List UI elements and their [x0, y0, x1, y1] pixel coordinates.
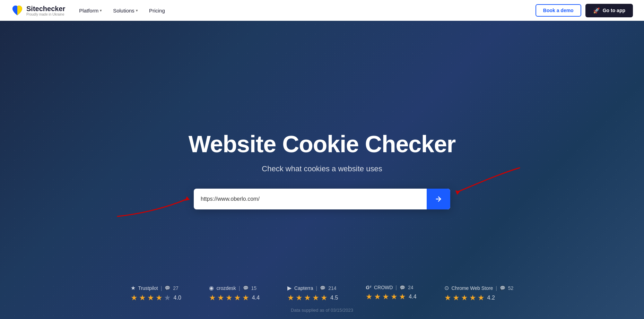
rating-capterra: ▶ Capterra | 💬 214 ★ ★ ★ ★ ★ 4.5 [287, 285, 338, 302]
g2crowd-score: 4.4 [409, 294, 416, 300]
hero-section: Website Cookie Checker Check what cookie… [0, 0, 644, 319]
star-4: ★ [234, 293, 241, 302]
url-search-input[interactable] [194, 190, 427, 208]
crozdesk-divider: | [239, 285, 240, 291]
nav-link-platform[interactable]: Platform ▾ [79, 8, 102, 14]
trustpilot-header: ★ Trustpilot | 💬 27 [131, 285, 179, 291]
crozdesk-score: 4.4 [252, 295, 260, 301]
star-half: ★ [156, 293, 163, 302]
nav-links: Platform ▾ Solutions ▾ Pricing [79, 8, 165, 14]
arrow-right-indicator [454, 164, 523, 202]
g2crowd-icon: G² [366, 285, 371, 290]
platform-label: Platform [79, 8, 98, 14]
g2crowd-name: CROWD [374, 285, 393, 290]
chrome-icon: ⊙ [444, 285, 449, 291]
chrome-header: ⊙ Chrome Web Store | 💬 52 [444, 285, 514, 291]
rating-trustpilot: ★ Trustpilot | 💬 27 ★ ★ ★ ★ ★ 4.0 [131, 285, 181, 302]
capterra-divider: | [316, 285, 317, 291]
star-3: ★ [304, 293, 311, 302]
g2crowd-review-icon: 💬 [400, 285, 405, 290]
chrome-stars: ★ ★ ★ ★ ★ 4.2 [444, 293, 495, 302]
star-1: ★ [209, 293, 216, 302]
star-1: ★ [444, 293, 451, 302]
capterra-icon: ▶ [287, 285, 291, 291]
navbar-right: Book a demo 🚀 Go to app [536, 4, 633, 17]
nav-item-solutions[interactable]: Solutions ▾ [113, 8, 138, 14]
rating-crozdesk: ◉ crozdesk | 💬 15 ★ ★ ★ ★ ★ 4.4 [209, 285, 260, 302]
star-2: ★ [296, 293, 303, 302]
star-half: ★ [321, 293, 328, 302]
star-half: ★ [399, 292, 406, 301]
rating-g2crowd: G² CROWD | 💬 24 ★ ★ ★ ★ ★ 4.4 [366, 285, 416, 301]
logo-text: Sitechecker Proudly made in Ukraine [26, 5, 65, 16]
search-wrapper [194, 189, 450, 209]
nav-link-solutions[interactable]: Solutions ▾ [113, 8, 138, 14]
star-3: ★ [147, 293, 154, 302]
chrome-name: Chrome Web Store [452, 285, 493, 291]
star-2: ★ [217, 293, 224, 302]
logo-tagline: Proudly made in Ukraine [26, 12, 65, 16]
hero-title: Website Cookie Checker [189, 130, 455, 157]
star-1: ★ [366, 292, 373, 301]
capterra-name: Capterra [294, 285, 313, 291]
svg-marker-1 [455, 190, 460, 195]
star-4: ★ [312, 293, 319, 302]
crozdesk-name: crozdesk [217, 285, 236, 291]
capterra-stars: ★ ★ ★ ★ ★ 4.5 [287, 293, 338, 302]
crozdesk-icon: ◉ [209, 285, 214, 291]
crozdesk-review-icon: 💬 [243, 285, 249, 291]
data-note: Data supplied as of 03/15/2023 [0, 308, 644, 313]
chrome-count: 52 [508, 285, 514, 291]
go-to-app-button[interactable]: 🚀 Go to app [585, 4, 633, 17]
capterra-count: 214 [328, 285, 336, 291]
nav-item-pricing[interactable]: Pricing [149, 8, 165, 14]
hero-content: Website Cookie Checker Check what cookie… [0, 130, 644, 209]
trustpilot-review-icon: 💬 [165, 285, 170, 291]
star-2: ★ [139, 293, 146, 302]
navbar-left: Sitechecker Proudly made in Ukraine Plat… [11, 4, 165, 17]
search-box [194, 189, 450, 209]
star-4: ★ [391, 292, 398, 301]
chrome-score: 4.2 [487, 295, 495, 301]
star-3: ★ [382, 292, 389, 301]
logo[interactable]: Sitechecker Proudly made in Ukraine [11, 4, 65, 17]
trustpilot-divider: | [161, 285, 162, 291]
svg-marker-0 [185, 196, 190, 201]
rocket-icon: 🚀 [593, 7, 600, 14]
trustpilot-count: 27 [173, 285, 179, 291]
crozdesk-count: 15 [251, 285, 257, 291]
solutions-chevron: ▾ [136, 8, 138, 13]
star-half: ★ [478, 293, 485, 302]
star-1: ★ [287, 293, 294, 302]
crozdesk-header: ◉ crozdesk | 💬 15 [209, 285, 256, 291]
g2crowd-divider: | [395, 285, 397, 290]
g2crowd-stars: ★ ★ ★ ★ ★ 4.4 [366, 292, 416, 301]
star-1: ★ [131, 293, 138, 302]
chrome-review-icon: 💬 [500, 285, 505, 291]
trustpilot-icon: ★ [131, 285, 136, 291]
g2crowd-header: G² CROWD | 💬 24 [366, 285, 413, 290]
go-to-app-label: Go to app [603, 8, 625, 13]
star-3: ★ [461, 293, 468, 302]
chrome-divider: | [496, 285, 497, 291]
star-empty: ★ [164, 293, 171, 302]
hero-subtitle: Check what cookies a website uses [262, 164, 382, 173]
capterra-review-icon: 💬 [320, 285, 325, 291]
rating-chrome-webstore: ⊙ Chrome Web Store | 💬 52 ★ ★ ★ ★ ★ 4.2 [444, 285, 514, 302]
star-2: ★ [453, 293, 460, 302]
nav-link-pricing[interactable]: Pricing [149, 8, 165, 14]
trustpilot-score: 4.0 [174, 295, 181, 301]
capterra-header: ▶ Capterra | 💬 214 [287, 285, 336, 291]
crozdesk-stars: ★ ★ ★ ★ ★ 4.4 [209, 293, 260, 302]
search-submit-button[interactable] [427, 189, 450, 209]
platform-chevron: ▾ [100, 8, 102, 13]
trustpilot-name: Trustpilot [138, 285, 158, 291]
logo-icon [11, 4, 24, 17]
arrow-left-indicator [114, 189, 190, 220]
nav-item-platform[interactable]: Platform ▾ [79, 8, 102, 14]
book-demo-button[interactable]: Book a demo [536, 4, 581, 17]
star-2: ★ [374, 292, 381, 301]
g2crowd-count: 24 [408, 285, 414, 290]
star-half: ★ [242, 293, 249, 302]
navbar: Sitechecker Proudly made in Ukraine Plat… [0, 0, 644, 21]
